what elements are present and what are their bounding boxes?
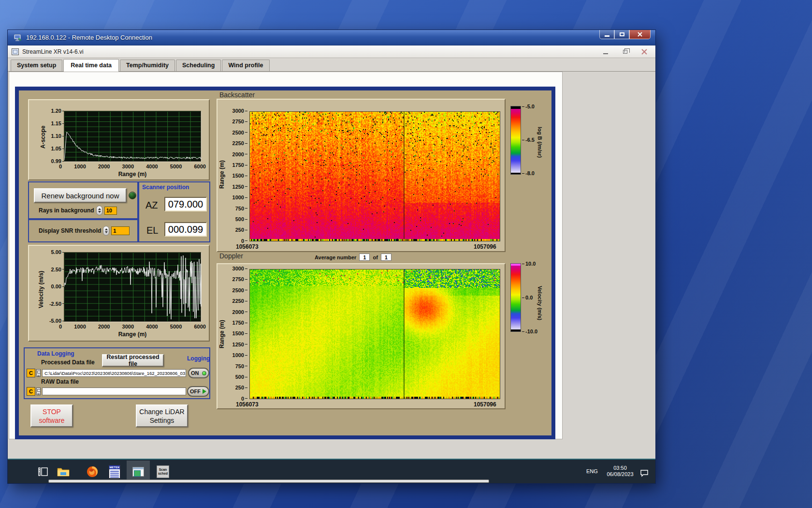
axis-tick: 3000 xyxy=(232,108,247,113)
taskbar: METEK Scan sched ENG 03:50 06/08/2023 xyxy=(8,459,655,483)
axis-tick: 1750 xyxy=(232,163,247,167)
doppler-graph-frame: Range (m) 300027502500225020001750150012… xyxy=(217,263,506,409)
processed-logging-toggle-on[interactable]: ON xyxy=(188,368,209,378)
axis-tick: -5.00 xyxy=(49,318,65,323)
colorbar-bottom-cap xyxy=(511,329,521,331)
rays-value-field[interactable]: 10 xyxy=(104,207,117,215)
axis-tick: 10.0 xyxy=(522,261,546,266)
axis-tick: 1.05 xyxy=(51,146,65,151)
doppler-y-ticks: 3000275025002250200017501500125010007505… xyxy=(225,266,247,401)
snr-threshold-box: Display SNR threshold 1 xyxy=(28,219,138,242)
raw-logging-toggle-off[interactable]: OFF xyxy=(187,386,209,397)
az-label: AZ xyxy=(145,200,158,211)
rays-spinner[interactable] xyxy=(96,206,102,215)
metek-document-icon[interactable]: METEK xyxy=(107,464,122,479)
el-value-field[interactable]: 000.099 xyxy=(164,222,207,237)
scan-scheduler-icon[interactable]: Scan sched xyxy=(156,464,170,479)
raw-drive-box[interactable]: C xyxy=(27,387,35,396)
tab-system-setup[interactable]: System setup xyxy=(11,60,62,71)
axis-tick: 5000 xyxy=(170,324,182,329)
active-app-icon[interactable] xyxy=(131,464,145,479)
doppler-title: Doppler xyxy=(219,252,243,260)
backscatter-colorbar-label: log B (/m/sr) xyxy=(537,111,543,174)
doppler-colorbar xyxy=(510,263,521,332)
average-number-field[interactable]: 1 xyxy=(359,254,370,261)
axis-tick: 3000 xyxy=(122,164,134,169)
firefox-icon[interactable] xyxy=(85,464,100,479)
scan-label-line2: sched xyxy=(158,472,168,476)
axis-tick: 2000 xyxy=(98,164,110,169)
axis-tick: 1250 xyxy=(232,184,247,189)
tab-scheduling[interactable]: Scheduling xyxy=(176,60,221,71)
velocity-x-axis-label: Range (m) xyxy=(64,331,201,338)
axis-tick: 1000 xyxy=(74,324,86,329)
metek-doc-stripes xyxy=(110,471,119,478)
scan-label-line1: Scan xyxy=(159,468,167,472)
stop-software-button[interactable]: STOP software xyxy=(30,404,73,427)
action-center-icon[interactable] xyxy=(637,466,652,480)
rdp-icon xyxy=(14,34,22,42)
tab-real-time-data[interactable]: Real time data xyxy=(63,59,119,72)
axis-tick: 2750 xyxy=(232,277,247,282)
off-arrow-icon xyxy=(203,389,206,394)
rdp-close-button[interactable] xyxy=(629,30,651,39)
doppler-time-start: 1056073 xyxy=(236,401,259,408)
az-value-field[interactable]: 079.000 xyxy=(164,197,207,211)
axis-tick: 250 xyxy=(235,227,247,232)
rdp-minimize-button[interactable] xyxy=(599,30,614,39)
vi-app-icon xyxy=(12,48,19,55)
axis-tick: 1.10 xyxy=(51,134,65,138)
el-label: EL xyxy=(146,225,158,236)
file-explorer-icon[interactable] xyxy=(56,464,71,479)
doppler-heatmap xyxy=(249,269,500,399)
processed-path-field[interactable]: C:\Lidar\Data\Proc\2023\202308\20230806\… xyxy=(42,369,186,377)
axis-tick: 2250 xyxy=(232,299,247,303)
backscatter-time-start: 1056073 xyxy=(236,243,259,250)
tab-wind-profile[interactable]: Wind profile xyxy=(222,60,269,71)
vi-minimize-button[interactable] xyxy=(599,48,612,56)
language-indicator[interactable]: ENG xyxy=(586,468,598,474)
axis-tick: 500 xyxy=(235,217,247,222)
vi-titlebar[interactable]: StreamLine XR v14-6.vi xyxy=(8,45,655,58)
task-view-icon[interactable] xyxy=(36,464,50,479)
processed-browse-icon[interactable] xyxy=(36,369,41,377)
metek-doc-shape: METEK xyxy=(109,465,120,478)
renew-status-led xyxy=(129,192,136,199)
axis-tick: 2.50 xyxy=(51,267,65,272)
axis-tick: 5000 xyxy=(170,164,182,169)
axis-tick: 3000 xyxy=(122,324,134,329)
close-icon xyxy=(641,49,647,55)
axis-tick: 4000 xyxy=(146,324,158,329)
backscatter-colorbar xyxy=(510,106,521,175)
vi-restore-button[interactable] xyxy=(619,48,631,56)
restart-processed-file-button[interactable]: Restart processed file xyxy=(102,354,164,367)
raw-browse-icon[interactable] xyxy=(36,388,41,395)
axis-tick: 2750 xyxy=(232,119,247,124)
rdp-maximize-button[interactable] xyxy=(614,30,629,39)
renew-background-button[interactable]: Renew background now xyxy=(34,188,127,203)
logging-label: Logging xyxy=(187,355,210,362)
axis-tick: 250 xyxy=(235,385,247,390)
axis-tick: -2.50 xyxy=(49,301,65,306)
vi-window-title: StreamLine XR v14-6.vi xyxy=(22,48,84,55)
vi-close-button[interactable] xyxy=(638,48,651,56)
ascope-x-ticks: 0100020003000400050006000 xyxy=(59,164,206,169)
axis-tick: 500 xyxy=(235,374,247,379)
tab-temp-humidity[interactable]: Temp/humidity xyxy=(120,60,175,71)
taskbar-clock[interactable]: 03:50 06/08/2023 xyxy=(604,465,636,478)
change-lidar-settings-button[interactable]: Change LiDAR Settings xyxy=(136,404,188,427)
tab-strip: System setupReal time dataTemp/humidityS… xyxy=(8,58,655,72)
backscatter-time-end: 1057096 xyxy=(474,243,496,250)
axis-tick: 0.99 xyxy=(51,159,65,164)
snr-value-field[interactable]: 1 xyxy=(111,226,130,235)
snr-spinner[interactable] xyxy=(103,226,109,236)
axis-tick: 1250 xyxy=(232,342,247,347)
processed-drive-box[interactable]: C xyxy=(27,369,35,377)
processed-data-file-label: Processed Data file xyxy=(41,359,95,366)
average-total-field[interactable]: 1 xyxy=(381,254,392,261)
rdp-titlebar[interactable]: 192.168.0.122 - Remote Desktop Connectio… xyxy=(8,30,655,45)
raw-path-field[interactable] xyxy=(42,388,186,395)
maximize-icon xyxy=(620,32,624,36)
axis-tick: 1500 xyxy=(232,173,247,178)
rdp-horizontal-scrollbar-thumb[interactable] xyxy=(48,479,489,483)
